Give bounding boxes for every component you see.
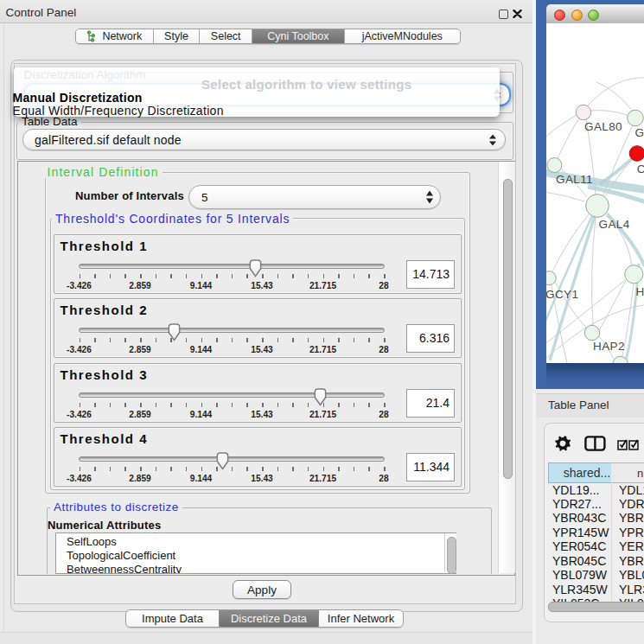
svg-text:C: C [637, 163, 644, 175]
svg-text:HAP2: HAP2 [593, 340, 625, 353]
svg-text:GA: GA [635, 126, 644, 139]
svg-text:GAL4: GAL4 [599, 218, 630, 231]
svg-text:GAL80: GAL80 [584, 120, 622, 133]
svg-text:H: H [636, 285, 644, 298]
svg-text:GCY1: GCY1 [546, 288, 578, 301]
svg-text:GAL11: GAL11 [556, 173, 593, 186]
